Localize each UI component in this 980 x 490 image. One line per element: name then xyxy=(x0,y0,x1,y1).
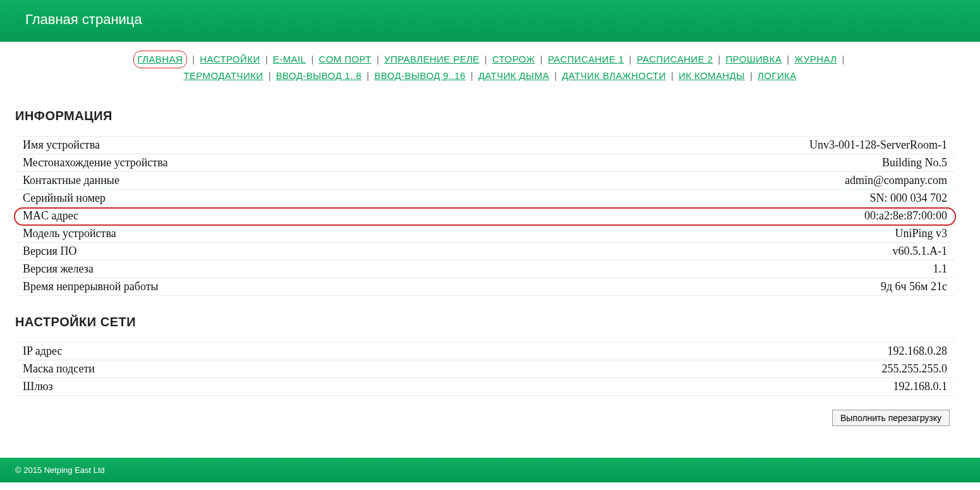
nav-link[interactable]: ВВОД-ВЫВОД 1..8 xyxy=(276,70,361,81)
row-value: 9д 6ч 56м 21с xyxy=(496,278,955,296)
info-table: Имя устройстваUnv3-001-128-ServerRoom-1М… xyxy=(15,136,955,296)
nav-link[interactable]: ГЛАВНАЯ xyxy=(138,54,183,64)
nav-link[interactable]: ЛОГИКА xyxy=(758,70,797,81)
row-value: v60.5.1.A-1 xyxy=(496,243,955,260)
nav-link[interactable]: УПРАВЛЕНИЕ РЕЛЕ xyxy=(384,54,480,64)
row-label: Шлюз xyxy=(15,378,504,396)
table-row: Шлюз192.168.0.1 xyxy=(15,378,955,396)
table-row: Имя устройстваUnv3-001-128-ServerRoom-1 xyxy=(15,137,955,154)
row-label: Модель устройства xyxy=(15,225,496,243)
nav-link[interactable]: ИК КОМАНДЫ xyxy=(679,70,745,81)
row-label: IP адрес xyxy=(15,343,504,360)
row-value: 192.168.0.1 xyxy=(504,378,955,396)
table-row: Местонахождение устройстваBuilding No.5 xyxy=(15,154,955,172)
page-footer: © 2015 Netping East Ltd xyxy=(0,458,980,482)
nav-link[interactable]: НАСТРОЙКИ xyxy=(200,54,260,64)
nav-separator: | xyxy=(361,70,374,81)
table-row: Модель устройстваUniPing v3 xyxy=(15,225,955,243)
table-row: Версия ПОv60.5.1.A-1 xyxy=(15,243,955,260)
nav-separator: | xyxy=(372,54,384,64)
table-row: IP адрес192.168.0.28 xyxy=(15,343,955,360)
nav-separator: | xyxy=(263,70,275,81)
table-row: Версия железа1.1 xyxy=(15,260,955,278)
nav-link[interactable]: СТОРОЖ xyxy=(492,54,535,64)
nav-separator: | xyxy=(260,54,273,64)
table-row: Время непрерывной работы9д 6ч 56м 21с xyxy=(15,278,955,296)
row-label: Имя устройства xyxy=(15,137,496,154)
row-value: 1.1 xyxy=(496,260,955,278)
reload-button[interactable]: Выполнить перезагрузку xyxy=(832,410,950,426)
table-row: Серийный номерSN: 000 034 702 xyxy=(15,190,955,207)
nav-link[interactable]: ПРОШИВКА xyxy=(725,54,782,64)
nav-separator: | xyxy=(837,54,847,64)
row-label: Местонахождение устройства xyxy=(15,154,496,172)
nav-link[interactable]: РАСПИСАНИЕ 1 xyxy=(548,54,624,64)
nav-separator: | xyxy=(306,54,318,64)
net-table: IP адрес192.168.0.28Маска подсети255.255… xyxy=(15,342,955,396)
button-row: Выполнить перезагрузку xyxy=(15,410,955,426)
nav-link[interactable]: ВВОД-ВЫВОД 9..16 xyxy=(374,70,465,81)
nav-link[interactable]: ТЕРМОДАТЧИКИ xyxy=(183,70,263,81)
page-header: Главная страница xyxy=(0,0,980,42)
row-label: Версия железа xyxy=(15,260,496,278)
nav-separator: | xyxy=(624,54,636,64)
main-content: ИНФОРМАЦИЯ Имя устройстваUnv3-001-128-Se… xyxy=(0,90,980,439)
row-value: 255.255.255.0 xyxy=(504,360,955,378)
footer-text: © 2015 Netping East Ltd xyxy=(15,465,105,475)
nav-separator: | xyxy=(666,70,679,81)
row-value: admin@company.com xyxy=(496,172,955,190)
nav-link[interactable]: ДАТЧИК ДЫМА xyxy=(478,70,549,81)
nav-separator: | xyxy=(713,54,725,64)
row-value: 00:a2:8e:87:00:00 xyxy=(496,207,955,225)
row-label: Версия ПО xyxy=(15,243,496,260)
row-value: Building No.5 xyxy=(496,154,955,172)
table-row: MAC адрес00:a2:8e:87:00:00 xyxy=(15,207,955,225)
nav-link[interactable]: COM ПОРТ xyxy=(319,54,372,64)
table-row: Маска подсети255.255.255.0 xyxy=(15,360,955,378)
nav-link[interactable]: ЖУРНАЛ xyxy=(794,54,837,64)
nav-highlight-ring: ГЛАВНАЯ xyxy=(133,51,188,68)
row-label: Серийный номер xyxy=(15,190,496,207)
top-nav: ГЛАВНАЯ | НАСТРОЙКИ | E-MAIL | COM ПОРТ … xyxy=(0,42,980,90)
nav-link[interactable]: ДАТЧИК ВЛАЖНОСТИ xyxy=(562,70,666,81)
row-label: Контактные данные xyxy=(15,172,496,190)
nav-separator: | xyxy=(535,54,548,64)
nav-separator: | xyxy=(466,70,478,81)
nav-separator: | xyxy=(782,54,794,64)
nav-link[interactable]: РАСПИСАНИЕ 2 xyxy=(637,54,713,64)
row-label: MAC адрес xyxy=(15,207,496,225)
section-title-net: НАСТРОЙКИ СЕТИ xyxy=(15,315,955,329)
page-title: Главная страница xyxy=(25,11,142,27)
nav-separator: | xyxy=(745,70,758,81)
row-value: SN: 000 034 702 xyxy=(496,190,955,207)
row-value: 192.168.0.28 xyxy=(504,343,955,360)
nav-separator: | xyxy=(480,54,492,64)
section-title-info: ИНФОРМАЦИЯ xyxy=(15,109,955,123)
row-label: Маска подсети xyxy=(15,360,504,378)
nav-separator: | xyxy=(549,70,562,81)
row-value: UniPing v3 xyxy=(496,225,955,243)
row-label: Время непрерывной работы xyxy=(15,278,496,296)
row-value: Unv3-001-128-ServerRoom-1 xyxy=(496,137,955,154)
nav-separator: | xyxy=(187,54,200,64)
table-row: Контактные данныеadmin@company.com xyxy=(15,172,955,190)
nav-link[interactable]: E-MAIL xyxy=(273,54,306,64)
